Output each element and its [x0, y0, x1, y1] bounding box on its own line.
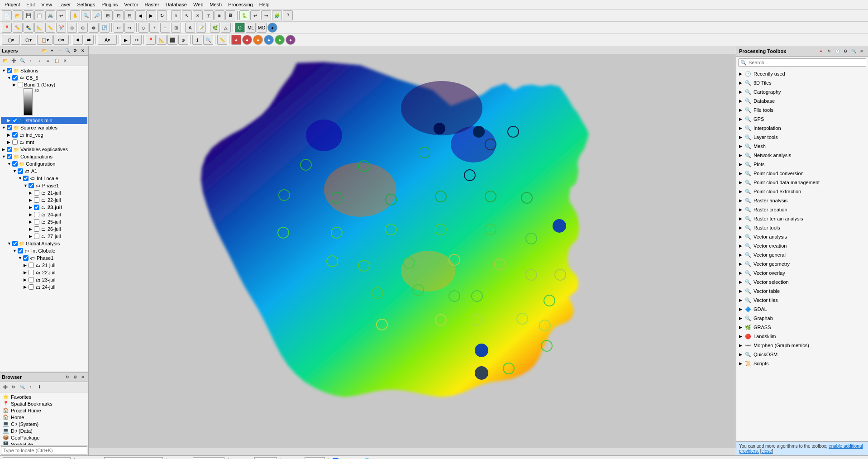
tb2-9[interactable]: ⊗: [89, 23, 99, 33]
menu-vector[interactable]: Vector: [121, 1, 141, 8]
layer-24juil-loc[interactable]: ▶ 🗂 24-juil: [1, 211, 87, 218]
toolbox-network-analysis[interactable]: ▶ 🔍 Network analysis: [737, 151, 867, 160]
toolbox-raster-creation[interactable]: ▶ 🔍 Raster creation: [737, 205, 867, 214]
locate-input[interactable]: [1, 446, 87, 454]
tb-plugin[interactable]: 🧩: [272, 10, 282, 20]
expand-global-analysis[interactable]: ▼: [7, 241, 12, 246]
toolbox-vector-selection[interactable]: ▶ 🔍 Vector selection: [737, 277, 867, 287]
layers-btn4[interactable]: ↑: [27, 57, 35, 65]
tb2-merge[interactable]: ⊞: [171, 23, 181, 33]
expand-int-locale[interactable]: ▼: [18, 176, 23, 181]
layer-var-expl[interactable]: ▶ 📁 Variables explicatives: [1, 146, 87, 153]
toolbox-btn4[interactable]: ⚙: [842, 48, 849, 55]
layers-add-btn[interactable]: +: [48, 47, 56, 54]
cb-cb5[interactable]: [12, 75, 18, 81]
browser-home[interactable]: 🏠 Home: [1, 414, 87, 421]
cb-int-globale[interactable]: [18, 248, 23, 253]
cb-23juil-loc[interactable]: [34, 205, 39, 210]
scale-input[interactable]: [193, 457, 224, 459]
tb2-annotation[interactable]: 📝: [196, 23, 206, 33]
toolbox-vector-geometry[interactable]: ▶ 🔍 Vector geometry: [737, 259, 867, 268]
layer-26juil-loc[interactable]: ▶ 🗂 26-juil: [1, 225, 87, 233]
layer-21juil-loc[interactable]: ▶ 🗂 21-juil: [1, 189, 87, 196]
toolbox-btn2[interactable]: ↻: [825, 48, 833, 55]
menu-settings[interactable]: Settings: [74, 1, 98, 8]
tb3-angle[interactable]: ⌀: [178, 35, 188, 45]
cb-phase1-loc[interactable]: [29, 183, 34, 188]
cb-27juil-loc[interactable]: [34, 234, 39, 239]
cb-phase1-glob[interactable]: [23, 255, 29, 261]
toolbox-vector-creation[interactable]: ▶ 🔍 Vector creation: [737, 241, 867, 250]
toolbox-quickosm[interactable]: ▶ 🔍 QuickOSM: [737, 350, 867, 359]
menu-raster[interactable]: Raster: [142, 1, 162, 8]
tb3-extra[interactable]: ⚙▾: [53, 35, 69, 45]
tb3-polygon[interactable]: ⬡▾: [21, 35, 36, 45]
expand-int-globale[interactable]: ▼: [13, 249, 17, 253]
tb3-invert[interactable]: ⇄: [84, 35, 94, 45]
layer-22juil-loc[interactable]: ▶ 🗂 22-juil: [1, 196, 87, 204]
toolbox-gdal[interactable]: ▶ 🔷 GDAL: [737, 305, 867, 314]
layer-25juil-loc[interactable]: ▶ 🗂 25-juil: [1, 218, 87, 225]
layer-mnt[interactable]: ▶ 🗂 mnt: [1, 139, 87, 146]
layers-open-btn[interactable]: 📂: [41, 47, 48, 54]
toolbox-gps[interactable]: ▶ 🔍 GPS: [737, 115, 867, 124]
browser-info-btn[interactable]: ℹ: [35, 383, 43, 391]
menu-view[interactable]: View: [38, 1, 55, 8]
expand-stations[interactable]: ▼: [2, 68, 6, 73]
expand-stations-min[interactable]: ▶: [7, 118, 12, 123]
expand-24juil-glob[interactable]: ▶: [24, 285, 28, 289]
map-area[interactable]: [89, 46, 736, 455]
layer-int-globale[interactable]: ▼ 🏷 Int Globale: [1, 247, 87, 254]
cb-int-locale[interactable]: [23, 176, 29, 181]
layers-btn7[interactable]: 📋: [52, 57, 61, 65]
layer-int-locale[interactable]: ▼ 🏷 Int Locale: [1, 175, 87, 182]
tb3-measure[interactable]: 📐: [157, 35, 167, 45]
tb2-node[interactable]: ◇: [138, 23, 148, 33]
browser-filter-btn[interactable]: 🔍: [18, 383, 26, 391]
cb-24juil-loc[interactable]: [34, 212, 39, 217]
tb3-red1[interactable]: ●: [231, 35, 241, 45]
layers-btn1[interactable]: 📂: [1, 57, 9, 65]
tb3-purple[interactable]: ●: [286, 35, 296, 45]
layer-23juil-loc[interactable]: ▶ 🗂 23-juil: [1, 204, 87, 211]
tb-save[interactable]: 💾: [24, 10, 33, 20]
tb2-mg[interactable]: MG: [257, 23, 267, 33]
tb-identify[interactable]: ℹ: [171, 10, 181, 20]
tb3-search2[interactable]: 🔍: [203, 35, 213, 45]
tb-select[interactable]: ↖: [182, 10, 192, 20]
expand-21juil-glob[interactable]: ▶: [24, 263, 28, 268]
menu-processing[interactable]: Processing: [225, 1, 255, 8]
toolbox-database[interactable]: ▶ 🔍 Database: [737, 96, 867, 105]
layer-configs[interactable]: ▼ 📁 Configurations: [1, 153, 87, 160]
expand-phase1-glob[interactable]: ▼: [18, 256, 23, 260]
menu-mesh[interactable]: Mesh: [207, 1, 224, 8]
tb-attr-table[interactable]: ≡: [215, 10, 224, 20]
tb2-6[interactable]: ✂️: [56, 23, 66, 33]
cb-23juil-glob[interactable]: [29, 277, 34, 282]
cb-mnt[interactable]: [12, 139, 18, 145]
tb-print[interactable]: 🖨️: [45, 10, 55, 20]
tb-zoom-next[interactable]: ▶: [146, 10, 156, 20]
browser-refresh-btn[interactable]: ↻: [10, 383, 18, 391]
tb-zoom-in[interactable]: 🔍: [81, 10, 91, 20]
toolbox-vector-overlay[interactable]: ▶ 🔍 Vector overlay: [737, 268, 867, 277]
tb2-3[interactable]: ✒️: [24, 23, 33, 33]
browser-spatial-bm[interactable]: 📍 Spatial Bookmarks: [1, 400, 87, 407]
toolbox-btn5[interactable]: 🔍: [850, 48, 857, 55]
expand-22juil-glob[interactable]: ▶: [24, 270, 28, 275]
tb2-del[interactable]: −: [160, 23, 170, 33]
tb2-add[interactable]: +: [149, 23, 159, 33]
tb3-deselect[interactable]: ✖: [73, 35, 83, 45]
layer-a1[interactable]: ▼ 🏷 A1: [1, 167, 87, 175]
tb2-2[interactable]: ✏️: [13, 23, 23, 33]
tb-python[interactable]: 🐍: [239, 10, 249, 20]
layer-stations[interactable]: ▼ 📁 Stations: [1, 67, 87, 74]
toolbox-scripts[interactable]: ▶ 📜 Scripts: [737, 359, 867, 368]
tb3-label1[interactable]: A▾: [98, 35, 117, 45]
menu-help[interactable]: Help: [257, 1, 272, 8]
cb-21juil-loc[interactable]: [34, 190, 39, 196]
cb-var-expl[interactable]: [7, 147, 12, 152]
layer-ind-veg[interactable]: ▶ 🗂 ind_veg: [1, 131, 87, 139]
expand-var-expl[interactable]: ▶: [2, 147, 6, 152]
tb-zoom-prev[interactable]: ◀: [135, 10, 145, 20]
